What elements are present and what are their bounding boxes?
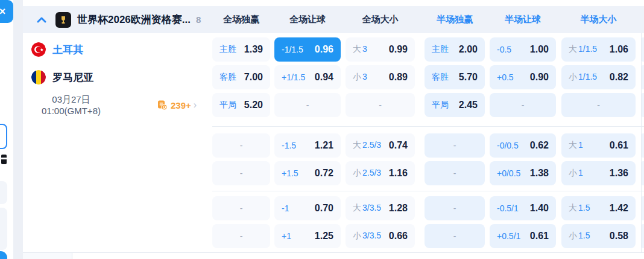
- odds-cell[interactable]: +1/1.50.94: [274, 65, 341, 89]
- kickoff-datetime: 03月27日 01:00(GMT+8): [23, 94, 119, 117]
- odds-cell[interactable]: 小1.50.58: [561, 224, 636, 248]
- odds-value: 0.61: [530, 231, 549, 241]
- empty-dash: -: [453, 141, 456, 150]
- home-team-name[interactable]: 土耳其: [52, 43, 83, 57]
- odds-cell[interactable]: 大3/3.51.28: [346, 196, 415, 220]
- romania-flag-icon: [31, 70, 46, 85]
- odds-cell[interactable]: +11.25: [274, 224, 341, 248]
- odds-value: 1.16: [389, 168, 408, 179]
- odds-label-prefix: 大: [353, 44, 361, 54]
- away-team-row[interactable]: 罗马尼亚: [23, 65, 93, 89]
- odds-label: 大1: [569, 140, 583, 151]
- away-team-name[interactable]: 罗马尼亚: [52, 71, 93, 85]
- kickoff-date: 03月27日: [23, 94, 119, 105]
- odds-cell[interactable]: -0.5/11.40: [490, 196, 556, 220]
- collapse-chevron-up-icon[interactable]: [36, 14, 47, 25]
- odds-grid: 主胜1.39-1/1.50.96大30.99主胜2.00-0.51.00大1/1…: [23, 37, 644, 248]
- odds-cell[interactable]: 大2.5/30.74: [346, 133, 415, 158]
- odds-value: 5.20: [244, 100, 263, 110]
- odds-value: 0.74: [389, 140, 408, 151]
- league-header: 世界杯2026欧洲资格赛... 8 全场独赢 全场让球 全场大小 半场独赢 半场…: [23, 6, 644, 33]
- section-separator: [212, 126, 644, 127]
- odds-label: 小1: [569, 168, 583, 179]
- odds-label: 大1.5: [569, 203, 590, 214]
- odds-label: 小3/3.5: [353, 231, 381, 241]
- odds-label: -0.5: [497, 45, 511, 54]
- sidebar-selected-item-fragment[interactable]: [0, 124, 7, 149]
- odds-row: -+1.50.72小2.5/31.16-+0/0.51.38小11.36: [212, 161, 644, 185]
- odds-value: 1.40: [530, 203, 549, 214]
- odds-cell[interactable]: -1/1.50.96: [274, 37, 341, 62]
- column-header-halftime-1x2: 半场独赢: [425, 14, 485, 25]
- kickoff-time: 01:00(GMT+8): [23, 105, 119, 117]
- odds-label: 大3/3.5: [353, 203, 381, 214]
- column-header-halftime-handicap: 半场让球: [490, 14, 556, 25]
- odds-label: 大2.5/3: [353, 140, 381, 151]
- close-button[interactable]: ×: [0, 0, 13, 23]
- league-match-count: 8: [196, 14, 201, 25]
- odds-cell[interactable]: 平局5.20: [212, 93, 270, 117]
- odds-row: 主胜1.39-1/1.50.96大30.99主胜2.00-0.51.00大1/1…: [212, 37, 644, 62]
- odds-cell[interactable]: +1.50.72: [274, 161, 341, 185]
- odds-cell[interactable]: 客胜5.70: [425, 65, 485, 89]
- odds-value: 1.38: [530, 168, 549, 179]
- odds-label-prefix: 小: [353, 231, 361, 240]
- odds-label: +1.5: [282, 168, 298, 178]
- odds-row: 平局5.20--平局2.45--: [212, 93, 644, 117]
- odds-value: 2.45: [459, 100, 478, 110]
- odds-cell[interactable]: -10.70: [274, 196, 341, 220]
- odds-value: 0.89: [389, 72, 408, 83]
- odds-cell-empty: -: [425, 224, 485, 248]
- odds-cell[interactable]: -0.51.00: [490, 37, 556, 62]
- sidebar-card-fragment: [0, 181, 7, 204]
- odds-label: -1: [282, 203, 289, 213]
- odds-row: -+11.25小3/3.50.66-+0.5/10.61小1.50.58: [212, 224, 644, 248]
- odds-value: 1.39: [244, 44, 263, 55]
- league-header-left: 世界杯2026欧洲资格赛... 8: [23, 12, 212, 28]
- odds-cell[interactable]: 大10.61: [561, 133, 636, 158]
- odds-cell-empty: -: [561, 93, 636, 117]
- odds-label: 大3: [353, 44, 367, 55]
- empty-dash: -: [379, 100, 382, 110]
- odds-cell-empty: -: [490, 93, 556, 117]
- odds-label: +0.5: [497, 72, 514, 82]
- odds-cell[interactable]: +0.5/10.61: [490, 224, 556, 248]
- league-title[interactable]: 世界杯2026欧洲资格赛...: [77, 13, 191, 27]
- left-sidebar-fragment: ×: [0, 0, 13, 259]
- odds-cell[interactable]: 大30.99: [346, 37, 415, 62]
- odds-cell[interactable]: 主胜1.39: [212, 37, 270, 62]
- home-team-row[interactable]: 土耳其: [23, 37, 83, 62]
- odds-cell[interactable]: 大1.51.42: [561, 196, 636, 220]
- odds-value: 0.72: [315, 168, 333, 179]
- odds-cell[interactable]: 小30.89: [346, 65, 415, 89]
- odds-cell-empty: -: [425, 196, 485, 220]
- odds-label-prefix: 小: [569, 72, 577, 82]
- odds-cell[interactable]: 大1/1.51.06: [561, 37, 636, 62]
- column-header-fulltime-1x2: 全场独赢: [212, 14, 270, 25]
- odds-cell[interactable]: -0/0.50.62: [490, 133, 556, 158]
- sidebar-card-fragment: [0, 208, 7, 250]
- odds-cell[interactable]: +0/0.51.38: [490, 161, 556, 185]
- turkey-flag-icon: [31, 42, 46, 57]
- odds-cell[interactable]: 小11.36: [561, 161, 636, 185]
- more-markets-button[interactable]: 239+ ›: [157, 100, 197, 110]
- odds-cell[interactable]: 小1/1.50.82: [561, 65, 636, 89]
- odds-cell[interactable]: 主胜2.00: [425, 37, 485, 62]
- column-header-fulltime-handicap: 全场让球: [274, 14, 341, 25]
- odds-value: 0.58: [610, 231, 628, 241]
- odds-cell[interactable]: 小2.5/31.16: [346, 161, 415, 185]
- odds-cell[interactable]: 小3/3.50.66: [346, 224, 415, 248]
- odds-label-prefix: 大: [353, 203, 361, 213]
- odds-cell[interactable]: 客胜7.00: [212, 65, 270, 89]
- empty-dash: -: [240, 141, 243, 150]
- odds-label: -0/0.5: [497, 141, 519, 150]
- odds-cell-empty: -: [425, 133, 485, 158]
- odds-cell[interactable]: +0.50.90: [490, 65, 556, 89]
- odds-screen: × 世界杯2026欧洲资格赛... 8: [0, 0, 644, 259]
- odds-cell[interactable]: -1.51.21: [274, 133, 341, 158]
- odds-value: 1.21: [315, 140, 333, 151]
- odds-label: 主胜: [219, 44, 236, 55]
- odds-cell[interactable]: 平局2.45: [425, 93, 485, 117]
- odds-label-prefix: 小: [353, 72, 361, 82]
- odds-value: 1.06: [610, 44, 628, 55]
